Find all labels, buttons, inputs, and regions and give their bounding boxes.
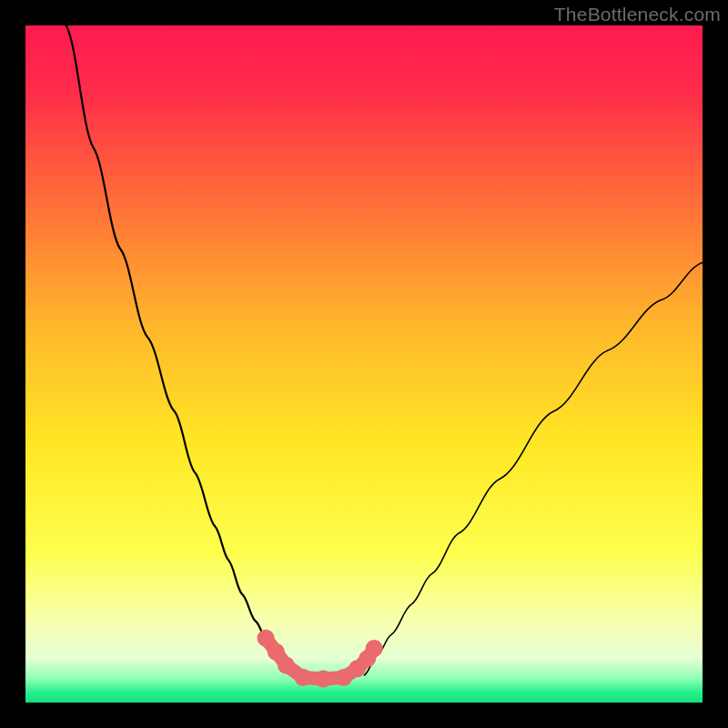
valley-marker-dot (366, 640, 383, 657)
valley-marker-dot (278, 657, 295, 674)
valley-marker-dot (315, 670, 332, 687)
watermark-text: TheBottleneck.com (554, 4, 721, 25)
chart-svg (25, 25, 703, 703)
plot-frame (25, 25, 703, 703)
right-curve-path (364, 262, 703, 675)
left-curve-path (66, 25, 297, 675)
valley-marker-dots (258, 630, 383, 688)
valley-marker-dot (295, 669, 312, 686)
